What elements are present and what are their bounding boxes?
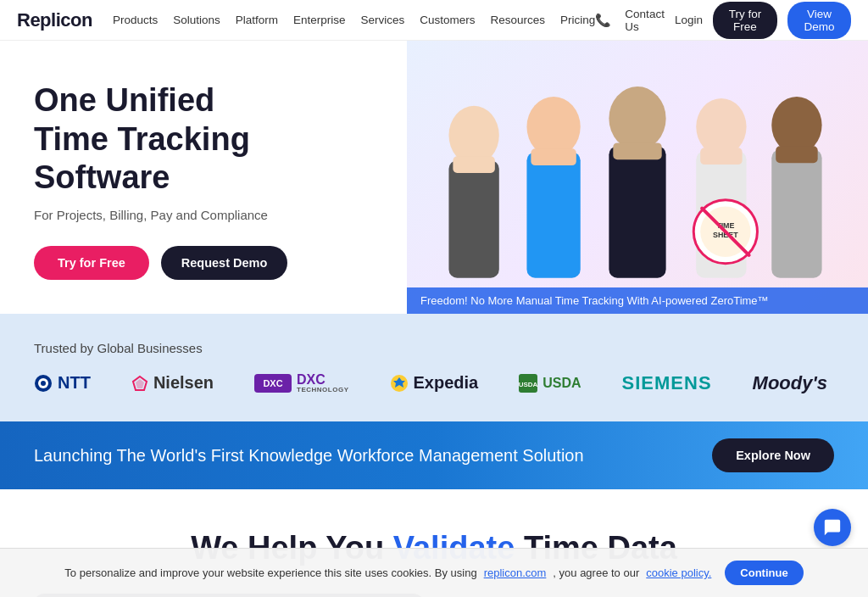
blue-banner-section: Launching The World's First Knowledge Wo…	[0, 421, 868, 489]
svg-rect-13	[771, 149, 821, 277]
ntt-icon	[34, 374, 53, 393]
hero-buttons: Try for Free Request Demo	[34, 246, 373, 280]
svg-rect-4	[526, 152, 580, 277]
nav-solutions[interactable]: Solutions	[173, 14, 220, 26]
nav-platform[interactable]: Platform	[236, 14, 278, 26]
phone-icon: 📞	[595, 13, 611, 28]
logo-moodys: Moody's	[753, 372, 827, 394]
logo-nielsen: Nielsen	[131, 373, 214, 393]
trusted-section: Trusted by Global Businesses NTT Nielsen…	[0, 314, 868, 421]
nielsen-icon	[131, 375, 148, 392]
svg-rect-11	[700, 148, 742, 165]
svg-rect-5	[531, 148, 576, 165]
blue-banner-text: Launching The World's First Knowledge Wo…	[34, 446, 584, 466]
chat-button[interactable]	[814, 509, 851, 546]
svg-rect-8	[613, 142, 661, 159]
svg-rect-14	[776, 146, 817, 163]
hero-try-free-button[interactable]: Try for Free	[34, 246, 149, 280]
hero-left: One Unified Time Tracking Software For P…	[0, 41, 407, 314]
svg-text:USDA: USDA	[519, 381, 537, 388]
logos-row: NTT Nielsen DXC DXC TECHNOLOGY	[34, 372, 834, 394]
cookie-link-policy[interactable]: cookie policy.	[646, 566, 711, 579]
expedia-icon	[390, 374, 409, 393]
chat-icon	[823, 518, 842, 537]
cookie-mid-text: , you agree to our	[553, 566, 639, 579]
cookie-text: To personalize and improve your website …	[64, 566, 476, 579]
hero-people-illustration: TIME SHEET	[407, 63, 868, 283]
nav-services[interactable]: Services	[361, 14, 405, 26]
nav-login[interactable]: Login	[675, 14, 703, 26]
nav-resources[interactable]: Resources	[491, 14, 546, 26]
logo-ntt: NTT	[34, 373, 91, 393]
nav-products[interactable]: Products	[113, 14, 158, 26]
svg-point-6	[609, 86, 665, 150]
navbar: Replicon Products Solutions Platform Ent…	[0, 0, 868, 41]
hero-request-demo-button[interactable]: Request Demo	[161, 246, 288, 280]
nav-enterprise[interactable]: Enterprise	[293, 14, 346, 26]
hero-section: One Unified Time Tracking Software For P…	[0, 41, 868, 314]
logo[interactable]: Replicon	[17, 9, 92, 31]
logo-expedia: Expedia	[390, 373, 479, 393]
hero-banner: Freedom! No More Manual Time Tracking Wi…	[407, 287, 868, 314]
logo-dxc: DXC DXC TECHNOLOGY	[254, 372, 348, 394]
svg-point-0	[448, 106, 498, 165]
hero-right: TIME SHEET Freedom! No More Manual Time …	[407, 41, 868, 314]
nav-pricing[interactable]: Pricing	[560, 14, 595, 26]
nav-contact-us[interactable]: Contact Us	[625, 8, 665, 33]
trusted-title: Trusted by Global Businesses	[34, 341, 834, 355]
nav-right: 📞 Contact Us Login Try for Free View Dem…	[595, 2, 851, 39]
svg-rect-2	[453, 156, 494, 173]
svg-point-12	[771, 97, 821, 153]
logo-siemens: SIEMENS	[622, 372, 712, 394]
logo-usda: USDA USDA	[519, 374, 581, 393]
hero-subtext: For Projects, Billing, Pay and Complianc…	[34, 208, 373, 222]
nav-links: Products Solutions Platform Enterprise S…	[113, 14, 595, 26]
cookie-continue-button[interactable]: Continue	[725, 561, 803, 585]
explore-now-button[interactable]: Explore Now	[712, 438, 834, 472]
usda-icon: USDA	[519, 374, 537, 393]
svg-rect-7	[609, 146, 665, 277]
hero-headline: One Unified Time Tracking Software	[34, 81, 373, 198]
nav-view-demo-button[interactable]: View Demo	[787, 2, 851, 39]
nav-try-free-button[interactable]: Try for Free	[713, 2, 777, 39]
svg-point-9	[696, 98, 746, 155]
dxc-icon: DXC	[254, 374, 292, 393]
svg-point-22	[41, 381, 46, 386]
svg-point-3	[526, 97, 580, 157]
svg-rect-1	[448, 160, 498, 277]
svg-text:DXC: DXC	[263, 378, 282, 388]
svg-marker-24	[136, 379, 144, 388]
cookie-link-replicon[interactable]: replicon.com	[484, 566, 547, 579]
hero-image: TIME SHEET	[407, 41, 868, 314]
cookie-banner: To personalize and improve your website …	[0, 548, 868, 597]
nav-customers[interactable]: Customers	[420, 14, 475, 26]
